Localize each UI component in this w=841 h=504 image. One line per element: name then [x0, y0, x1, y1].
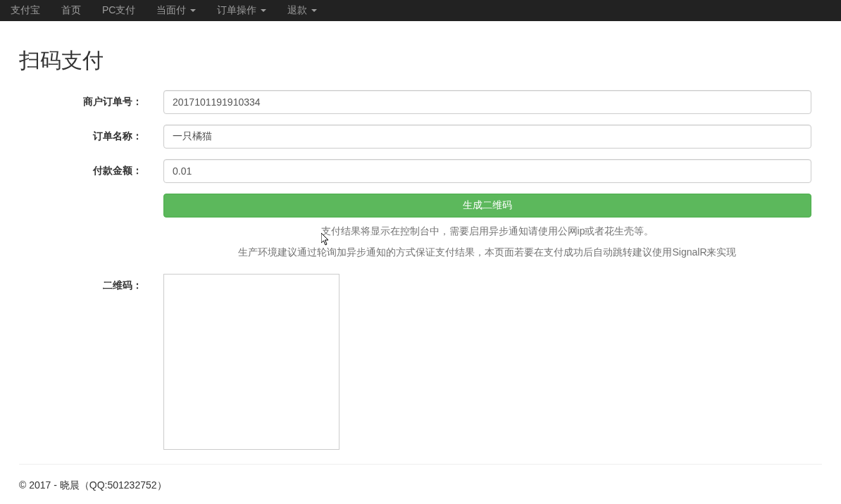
nav-order-ops[interactable]: 订单操作 [206, 0, 277, 21]
main-container: 扫码支付 商户订单号： 订单名称： 付款金额： 生成二维码 支付结果将显示在控制… [8, 21, 833, 503]
footer: © 2017 - 晓晨（QQ:501232752） [19, 479, 822, 493]
page-title: 扫码支付 [19, 46, 822, 76]
help-text-1: 支付结果将显示在控制台中，需要启用异步通知请使用公网ip或者花生壳等。 [163, 225, 811, 239]
qrcode-label: 二维码： [19, 274, 153, 293]
amount-input[interactable] [163, 159, 811, 183]
order-no-label: 商户订单号： [19, 95, 153, 109]
chevron-down-icon [190, 9, 196, 12]
generate-qrcode-button[interactable]: 生成二维码 [163, 194, 811, 218]
divider [19, 464, 822, 465]
nav-pc-pay[interactable]: PC支付 [92, 0, 146, 21]
nav-home[interactable]: 首页 [51, 0, 92, 21]
amount-label: 付款金额： [19, 164, 153, 178]
qrcode-box [163, 274, 339, 450]
chevron-down-icon [311, 9, 317, 12]
navbar-brand[interactable]: 支付宝 [11, 0, 51, 21]
payment-form: 商户订单号： 订单名称： 付款金额： 生成二维码 支付结果将显示在控制台中，需要… [19, 90, 822, 450]
order-name-input[interactable] [163, 125, 811, 149]
top-navbar: 支付宝 首页 PC支付 当面付 订单操作 退款 [0, 0, 841, 21]
help-text-2: 生产环境建议通过轮询加异步通知的方式保证支付结果，本页面若要在支付成功后自动跳转… [163, 246, 811, 260]
nav-refund[interactable]: 退款 [277, 0, 328, 21]
nav-face-pay[interactable]: 当面付 [146, 0, 206, 21]
footer-text: © 2017 - 晓晨（QQ:501232752） [19, 479, 822, 493]
order-no-input[interactable] [163, 90, 811, 114]
navbar-nav: 首页 PC支付 当面付 订单操作 退款 [51, 0, 328, 21]
order-name-label: 订单名称： [19, 130, 153, 144]
chevron-down-icon [261, 9, 266, 12]
